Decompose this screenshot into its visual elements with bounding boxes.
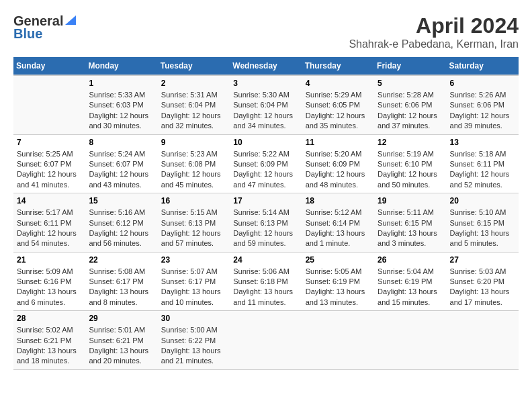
day-number: 24 — [233, 255, 298, 265]
weekday-header-tuesday: Tuesday — [158, 57, 230, 75]
day-info: Sunrise: 5:09 AM Sunset: 6:16 PM Dayligh… — [17, 267, 82, 308]
day-info: Sunrise: 5:06 AM Sunset: 6:18 PM Dayligh… — [233, 267, 298, 308]
day-number: 21 — [17, 255, 82, 265]
day-info: Sunrise: 5:01 AM Sunset: 6:21 PM Dayligh… — [89, 325, 154, 367]
day-number: 22 — [89, 255, 154, 265]
weekday-header-sunday: Sunday — [13, 57, 85, 75]
day-number: 30 — [161, 314, 226, 323]
day-info: Sunrise: 5:16 AM Sunset: 6:12 PM Dayligh… — [89, 208, 154, 249]
calendar-cell: 20Sunrise: 5:10 AM Sunset: 6:15 PM Dayli… — [447, 193, 519, 253]
week-row-2: 7Sunrise: 5:25 AM Sunset: 6:07 PM Daylig… — [13, 134, 519, 193]
week-row-1: 1Sunrise: 5:33 AM Sunset: 6:03 PM Daylig… — [13, 75, 519, 134]
day-number: 4 — [306, 79, 371, 88]
day-info: Sunrise: 5:03 AM Sunset: 6:20 PM Dayligh… — [450, 267, 515, 308]
calendar-cell: 21Sunrise: 5:09 AM Sunset: 6:16 PM Dayli… — [13, 252, 85, 311]
calendar-body: 1Sunrise: 5:33 AM Sunset: 6:03 PM Daylig… — [13, 75, 519, 369]
day-info: Sunrise: 5:29 AM Sunset: 6:05 PM Dayligh… — [306, 90, 371, 132]
day-number: 10 — [233, 138, 298, 147]
day-number: 8 — [89, 138, 154, 147]
calendar-cell: 14Sunrise: 5:17 AM Sunset: 6:11 PM Dayli… — [13, 193, 85, 253]
day-number: 13 — [450, 138, 515, 147]
calendar-cell: 18Sunrise: 5:12 AM Sunset: 6:14 PM Dayli… — [302, 193, 374, 253]
week-row-4: 21Sunrise: 5:09 AM Sunset: 6:16 PM Dayli… — [13, 252, 519, 311]
day-number: 18 — [306, 196, 371, 205]
week-row-3: 14Sunrise: 5:17 AM Sunset: 6:11 PM Dayli… — [13, 193, 519, 253]
day-number: 9 — [161, 138, 226, 147]
day-info: Sunrise: 5:24 AM Sunset: 6:07 PM Dayligh… — [89, 149, 154, 191]
calendar-cell: 25Sunrise: 5:05 AM Sunset: 6:19 PM Dayli… — [302, 252, 374, 311]
month-title: April 2024 — [349, 13, 519, 38]
calendar-cell: 7Sunrise: 5:25 AM Sunset: 6:07 PM Daylig… — [13, 134, 85, 193]
logo: General Blue — [13, 13, 76, 42]
calendar-cell: 9Sunrise: 5:23 AM Sunset: 6:08 PM Daylig… — [158, 134, 230, 193]
day-number: 17 — [233, 196, 298, 205]
location-title: Shahrak-e Pabedana, Kerman, Iran — [349, 38, 519, 50]
day-number: 25 — [306, 255, 371, 265]
calendar-cell: 6Sunrise: 5:26 AM Sunset: 6:06 PM Daylig… — [447, 75, 519, 134]
calendar-cell: 30Sunrise: 5:00 AM Sunset: 6:22 PM Dayli… — [158, 311, 230, 370]
calendar-cell — [447, 311, 519, 370]
day-info: Sunrise: 5:15 AM Sunset: 6:13 PM Dayligh… — [161, 208, 226, 249]
calendar-cell: 22Sunrise: 5:08 AM Sunset: 6:17 PM Dayli… — [85, 252, 157, 311]
day-info: Sunrise: 5:02 AM Sunset: 6:21 PM Dayligh… — [17, 325, 82, 367]
day-number: 29 — [89, 314, 154, 323]
day-number: 15 — [89, 196, 154, 205]
day-info: Sunrise: 5:23 AM Sunset: 6:08 PM Dayligh… — [161, 149, 226, 191]
day-info: Sunrise: 5:30 AM Sunset: 6:04 PM Dayligh… — [233, 90, 298, 132]
day-info: Sunrise: 5:18 AM Sunset: 6:11 PM Dayligh… — [450, 149, 515, 191]
calendar-cell: 5Sunrise: 5:28 AM Sunset: 6:06 PM Daylig… — [374, 75, 446, 134]
svg-marker-0 — [65, 15, 76, 25]
calendar-cell: 8Sunrise: 5:24 AM Sunset: 6:07 PM Daylig… — [85, 134, 157, 193]
calendar-cell: 10Sunrise: 5:22 AM Sunset: 6:09 PM Dayli… — [230, 134, 302, 193]
day-info: Sunrise: 5:33 AM Sunset: 6:03 PM Dayligh… — [89, 90, 154, 132]
calendar-cell — [302, 311, 374, 370]
day-number: 19 — [378, 196, 443, 205]
calendar-cell: 16Sunrise: 5:15 AM Sunset: 6:13 PM Dayli… — [158, 193, 230, 253]
weekday-header-row: SundayMondayTuesdayWednesdayThursdayFrid… — [13, 57, 519, 75]
calendar-cell: 19Sunrise: 5:11 AM Sunset: 6:15 PM Dayli… — [374, 193, 446, 253]
day-info: Sunrise: 5:12 AM Sunset: 6:14 PM Dayligh… — [306, 208, 371, 249]
day-number: 5 — [378, 79, 443, 88]
day-number: 14 — [17, 196, 82, 205]
day-info: Sunrise: 5:17 AM Sunset: 6:11 PM Dayligh… — [17, 208, 82, 249]
calendar-cell: 23Sunrise: 5:07 AM Sunset: 6:17 PM Dayli… — [158, 252, 230, 311]
week-row-5: 28Sunrise: 5:02 AM Sunset: 6:21 PM Dayli… — [13, 311, 519, 370]
calendar-cell: 15Sunrise: 5:16 AM Sunset: 6:12 PM Dayli… — [85, 193, 157, 253]
day-number: 3 — [233, 79, 298, 88]
calendar-cell: 26Sunrise: 5:04 AM Sunset: 6:19 PM Dayli… — [374, 252, 446, 311]
calendar-cell — [230, 311, 302, 370]
calendar-cell: 11Sunrise: 5:20 AM Sunset: 6:09 PM Dayli… — [302, 134, 374, 193]
day-info: Sunrise: 5:10 AM Sunset: 6:15 PM Dayligh… — [450, 208, 515, 249]
calendar-table: SundayMondayTuesdayWednesdayThursdayFrid… — [13, 57, 519, 370]
day-number: 1 — [89, 79, 154, 88]
day-number: 7 — [17, 138, 82, 147]
calendar-cell: 27Sunrise: 5:03 AM Sunset: 6:20 PM Dayli… — [447, 252, 519, 311]
day-info: Sunrise: 5:25 AM Sunset: 6:07 PM Dayligh… — [17, 149, 82, 191]
weekday-header-friday: Friday — [374, 57, 446, 75]
day-info: Sunrise: 5:11 AM Sunset: 6:15 PM Dayligh… — [378, 208, 443, 249]
weekday-header-wednesday: Wednesday — [230, 57, 302, 75]
calendar-cell: 29Sunrise: 5:01 AM Sunset: 6:21 PM Dayli… — [85, 311, 157, 370]
calendar-cell: 2Sunrise: 5:31 AM Sunset: 6:04 PM Daylig… — [158, 75, 230, 134]
weekday-header-saturday: Saturday — [447, 57, 519, 75]
calendar-cell: 13Sunrise: 5:18 AM Sunset: 6:11 PM Dayli… — [447, 134, 519, 193]
calendar-cell — [13, 75, 85, 134]
day-number: 11 — [306, 138, 371, 147]
calendar-cell: 4Sunrise: 5:29 AM Sunset: 6:05 PM Daylig… — [302, 75, 374, 134]
day-number: 6 — [450, 79, 515, 88]
calendar-cell: 3Sunrise: 5:30 AM Sunset: 6:04 PM Daylig… — [230, 75, 302, 134]
day-number: 23 — [161, 255, 226, 265]
day-info: Sunrise: 5:19 AM Sunset: 6:10 PM Dayligh… — [378, 149, 443, 191]
day-number: 16 — [161, 196, 226, 205]
weekday-header-monday: Monday — [85, 57, 157, 75]
day-info: Sunrise: 5:20 AM Sunset: 6:09 PM Dayligh… — [306, 149, 371, 191]
calendar-cell: 24Sunrise: 5:06 AM Sunset: 6:18 PM Dayli… — [230, 252, 302, 311]
day-number: 27 — [450, 255, 515, 265]
day-info: Sunrise: 5:00 AM Sunset: 6:22 PM Dayligh… — [161, 325, 226, 367]
day-number: 26 — [378, 255, 443, 265]
calendar-cell: 28Sunrise: 5:02 AM Sunset: 6:21 PM Dayli… — [13, 311, 85, 370]
day-info: Sunrise: 5:22 AM Sunset: 6:09 PM Dayligh… — [233, 149, 298, 191]
day-number: 12 — [378, 138, 443, 147]
day-number: 20 — [450, 196, 515, 205]
day-number: 2 — [161, 79, 226, 88]
